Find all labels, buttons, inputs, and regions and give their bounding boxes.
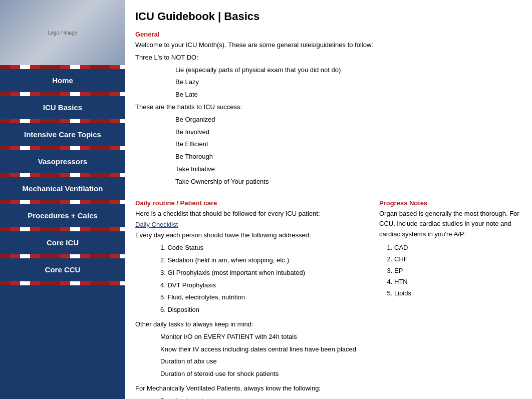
sidebar-logo: Logo / Image (0, 0, 125, 65)
checklist-item-1: 1. Code Status (160, 243, 364, 253)
nav-menu: Home ICU Basics Intensive Care Topics Va… (0, 69, 125, 285)
two-column-section: Daily routine / Patient care Here is a c… (135, 199, 519, 399)
progress-note-item-2: CHF (394, 254, 519, 265)
daily-routine-heading: Daily routine / Patient care (135, 199, 364, 207)
stripe-bar-8 (0, 281, 125, 285)
checklist-intro: Every day each person should have the fo… (135, 230, 364, 241)
general-intro: Welcome to your ICU Month(s). These are … (135, 40, 519, 51)
other-task-1: Monitor I/O on EVERY PATIENT with 24h to… (160, 332, 364, 342)
nav-item-procedures-calcs[interactable]: Procedures + Calcs (0, 204, 125, 227)
nav-item-core-icu[interactable]: Core ICU (0, 231, 125, 254)
not-do-item-2: Be Lazy (175, 77, 519, 88)
not-do-item-1: Lie (especially parts of physical exam t… (175, 65, 519, 76)
success-list: Be Organized Be Involved Be Efficient Be… (135, 115, 519, 187)
page-title: ICU Guidebook | Basics (135, 10, 519, 23)
not-do-item-3: Be Late (175, 90, 519, 100)
progress-note-item-1: CAD (394, 243, 519, 253)
stripe-bar-1 (0, 92, 125, 96)
other-tasks-heading: Other daily tasks to always keep in mind… (135, 319, 364, 330)
success-item-5: Take Initiative (175, 164, 519, 175)
checklist-item-2: 2. Sedation (held in am, when stopping, … (160, 255, 364, 266)
progress-note-item-4: HTN (394, 277, 519, 287)
success-item-6: Take Ownership of Your patients (175, 177, 519, 187)
success-item-4: Be Thorough (175, 152, 519, 162)
nav-item-vasopressors[interactable]: Vasopressors (0, 150, 125, 173)
nav-item-home[interactable]: Home (0, 69, 125, 92)
success-item-2: Be Involved (175, 127, 519, 138)
stripe-bar-2 (0, 119, 125, 123)
three-ls-label: Three L's to NOT DO: (135, 53, 519, 63)
right-column: Progress Notes Organ based is generally … (379, 199, 519, 399)
daily-checklist-link[interactable]: Daily Checklist (135, 221, 178, 228)
success-item-1: Be Organized (175, 115, 519, 125)
checklist-item-5: 5. Fluid, electrolytes, nutrition (160, 292, 364, 303)
stripe-bar-7 (0, 254, 125, 258)
success-item-3: Be Efficient (175, 139, 519, 150)
progress-notes-list: CAD CHF EP HTN Lipids (379, 243, 519, 299)
stripe-bar-top (0, 65, 125, 69)
nav-item-mechanical-ventilation[interactable]: Mechanical Ventilation (0, 177, 125, 200)
progress-note-item-3: EP (394, 266, 519, 276)
nav-item-core-ccu[interactable]: Core CCU (0, 258, 125, 281)
stripe-bar-3 (0, 146, 125, 150)
checklist-item-6: 6. Disposition (160, 305, 364, 315)
other-task-3: Duration of abx use (160, 356, 364, 367)
habits-intro: These are the habits to ICU success: (135, 102, 519, 113)
stripe-bar-4 (0, 173, 125, 177)
progress-notes-heading: Progress Notes (379, 199, 519, 207)
progress-notes-text: Organ based is generally the most thorou… (379, 209, 519, 240)
vent-intro: For Mechanically Ventilated Patients, al… (135, 383, 364, 394)
other-task-4: Duration of steroid use for shock patien… (160, 369, 364, 379)
progress-note-item-5: Lipids (394, 288, 519, 299)
vent-list: Date Intubated Size of Tube Vent Setting… (135, 396, 364, 399)
other-task-2: Know their IV access including dates cen… (160, 344, 364, 355)
stripe-bar-6 (0, 227, 125, 231)
checklist-item-4: 4. DVT Prophylaxis (160, 280, 364, 291)
stripe-bar-5 (0, 200, 125, 204)
nav-item-icu-basics[interactable]: ICU Basics (0, 96, 125, 119)
general-heading: General (135, 31, 519, 38)
main-content: ICU Guidebook | Basics General Welcome t… (125, 0, 532, 399)
sidebar: Logo / Image Home ICU Basics Intensive C… (0, 0, 125, 399)
vent-item-1: Date Intubated (160, 396, 364, 399)
other-tasks-list: Monitor I/O on EVERY PATIENT with 24h to… (135, 332, 364, 379)
checklist-list: 1. Code Status 2. Sedation (held in am, … (135, 243, 364, 315)
checklist-item-3: 3. GI Prophylaxis (most important when i… (160, 268, 364, 278)
nav-item-intensive-care-topics[interactable]: Intensive Care Topics (0, 123, 125, 146)
left-column: Daily routine / Patient care Here is a c… (135, 199, 364, 399)
daily-routine-intro: Here is a checklist that should be follo… (135, 209, 364, 219)
not-do-list: Lie (especially parts of physical exam t… (135, 65, 519, 100)
